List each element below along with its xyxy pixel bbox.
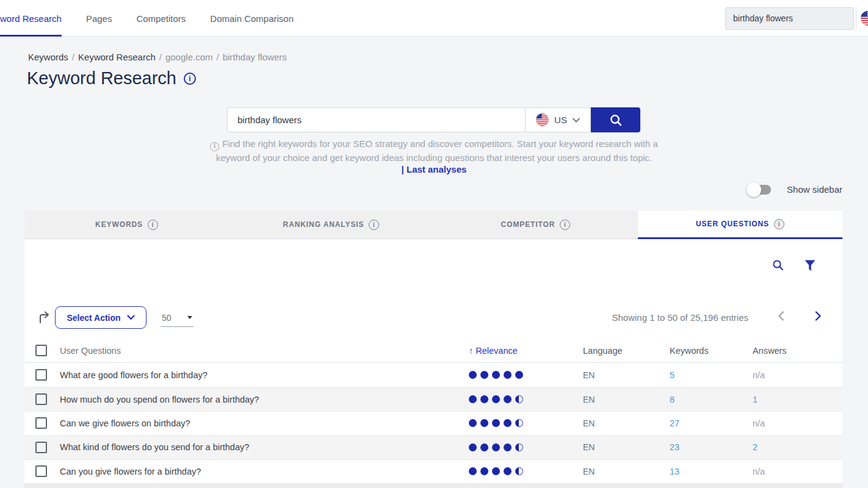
country-selector[interactable]: US <box>526 107 591 132</box>
breadcrumb: Keywords/Keyword Research/google.com/bir… <box>28 52 287 62</box>
user-questions-table: User Questions ↑ Relevance Language Keyw… <box>24 339 842 488</box>
row-checkbox[interactable] <box>35 442 47 453</box>
tab-info-icon[interactable]: i <box>774 219 784 229</box>
table-search-icon[interactable] <box>772 259 784 271</box>
toggle-knob <box>747 182 761 197</box>
relevance-dot <box>480 371 488 379</box>
relevance-dot <box>515 371 523 379</box>
keywords-count-link[interactable]: 27 <box>670 418 679 428</box>
chevron-down-icon <box>573 118 580 123</box>
title-info-icon[interactable]: i <box>184 73 196 85</box>
show-sidebar-toggle[interactable] <box>748 185 771 195</box>
panel-body: Select Action 50 Showing 1 to 50 of 25,1… <box>24 239 842 488</box>
previous-page-icon[interactable] <box>774 310 788 325</box>
topbar-search-area <box>725 0 868 37</box>
question-text: Can we give flowers on birthday? <box>60 418 469 428</box>
tab-info-icon[interactable]: i <box>148 220 158 230</box>
action-row: Select Action 50 Showing 1 to 50 of 25,1… <box>24 306 842 331</box>
table-row: How much do you spend on flowers for a b… <box>24 387 842 411</box>
relevance-dot <box>504 443 512 451</box>
table-body: What are good flowers for a birthday? EN… <box>24 363 842 488</box>
keyword-input[interactable] <box>227 107 526 132</box>
relevance-dots <box>469 419 583 427</box>
header-language: Language <box>583 346 670 356</box>
next-row-cutoff <box>24 483 842 488</box>
filter-icon[interactable] <box>805 259 816 271</box>
question-text: How much do you spend on flowers for a b… <box>60 395 469 404</box>
search-button[interactable] <box>591 107 640 132</box>
keywords-count-link[interactable]: 8 <box>670 395 675 404</box>
tab-info-icon[interactable]: i <box>369 220 379 230</box>
next-page-icon[interactable] <box>811 310 825 325</box>
top-nav: word Research Pages Competitors Domain C… <box>0 0 318 37</box>
results-panel: KEYWORDSi RANKING ANALYSISi COMPETITORi … <box>24 210 842 488</box>
answers-cell[interactable]: 2 <box>753 442 758 452</box>
relevance-dots <box>469 371 583 379</box>
question-text: Can you give flowers for a birthday? <box>60 467 469 476</box>
relevance-dot <box>515 395 523 403</box>
tab-user-questions[interactable]: USER QUESTIONSi <box>638 210 842 239</box>
nav-item-competitors[interactable]: Competitors <box>136 13 186 24</box>
table-row: What kind of flowers do you send for a b… <box>24 435 842 459</box>
last-analyses-link[interactable]: | Last analyses <box>0 164 868 174</box>
relevance-dots <box>469 467 583 475</box>
show-sidebar-label: Show sidebar <box>787 184 842 195</box>
answers-cell[interactable]: 1 <box>753 395 758 404</box>
sidebar-toggle-row: Show sidebar <box>748 184 842 195</box>
header-relevance-sort[interactable]: ↑ Relevance <box>469 346 518 356</box>
page-size-select[interactable]: 50 <box>161 309 193 327</box>
relevance-dot <box>480 419 488 427</box>
tab-keywords[interactable]: KEYWORDSi <box>24 210 229 239</box>
nav-item-pages[interactable]: Pages <box>86 13 112 24</box>
answers-cell: n/a <box>753 370 765 380</box>
relevance-dot <box>469 371 477 379</box>
active-nav-underline <box>0 35 62 37</box>
relevance-dot <box>515 443 523 451</box>
chevron-down-icon <box>127 315 135 320</box>
table-row: Can you give flowers for a birthday? EN … <box>24 459 842 483</box>
breadcrumb-keyword: birthday flowers <box>223 52 287 62</box>
row-checkbox[interactable] <box>35 465 47 477</box>
row-checkbox[interactable] <box>35 417 47 429</box>
tab-ranking-analysis[interactable]: RANKING ANALYSISi <box>229 210 433 239</box>
select-action-button[interactable]: Select Action <box>55 306 146 329</box>
keywords-count-link[interactable]: 5 <box>670 370 675 380</box>
language-cell: EN <box>583 370 670 380</box>
tab-bar: KEYWORDSi RANKING ANALYSISi COMPETITORi … <box>24 210 842 239</box>
nav-item-domain-comparison[interactable]: Domain Comparison <box>210 13 294 24</box>
showing-entries-text: Showing 1 to 50 of 25,196 entries <box>612 312 749 323</box>
caret-down-icon <box>187 316 192 319</box>
relevance-dot <box>480 467 488 475</box>
us-flag-icon <box>536 113 549 126</box>
answers-cell: n/a <box>753 418 765 428</box>
relevance-dot <box>480 395 488 403</box>
breadcrumb-keyword-research[interactable]: Keyword Research <box>78 52 156 62</box>
relevance-dots <box>469 443 583 451</box>
language-cell: EN <box>583 395 670 404</box>
row-checkbox[interactable] <box>35 369 47 381</box>
nav-item-keyword-research[interactable]: word Research <box>0 13 62 24</box>
tab-info-icon[interactable]: i <box>560 220 570 230</box>
row-checkbox[interactable] <box>35 393 47 405</box>
relevance-dot <box>492 467 500 475</box>
tab-competitor[interactable]: COMPETITORi <box>433 210 638 239</box>
relevance-dot <box>515 419 523 427</box>
select-all-checkbox[interactable] <box>35 345 47 356</box>
relevance-dot <box>469 419 477 427</box>
intro-description: iFind the right keywords for your SEO st… <box>0 137 868 165</box>
breadcrumb-keywords[interactable]: Keywords <box>28 52 68 62</box>
table-tools <box>772 259 816 271</box>
question-text: What are good flowers for a birthday? <box>60 370 469 380</box>
export-icon[interactable] <box>38 311 51 327</box>
breadcrumb-domain[interactable]: google.com <box>165 52 213 62</box>
page-title: Keyword Research i <box>27 68 196 88</box>
topbar-search-input[interactable] <box>725 7 854 30</box>
answers-cell: n/a <box>753 467 765 476</box>
table-header-row: User Questions ↑ Relevance Language Keyw… <box>24 339 842 363</box>
keywords-count-link[interactable]: 13 <box>670 467 679 476</box>
us-flag-icon[interactable] <box>861 11 868 26</box>
relevance-dot <box>492 371 500 379</box>
language-cell: EN <box>583 467 670 476</box>
keywords-count-link[interactable]: 23 <box>670 442 679 452</box>
table-row: Can we give flowers on birthday? EN 27 n… <box>24 411 842 435</box>
